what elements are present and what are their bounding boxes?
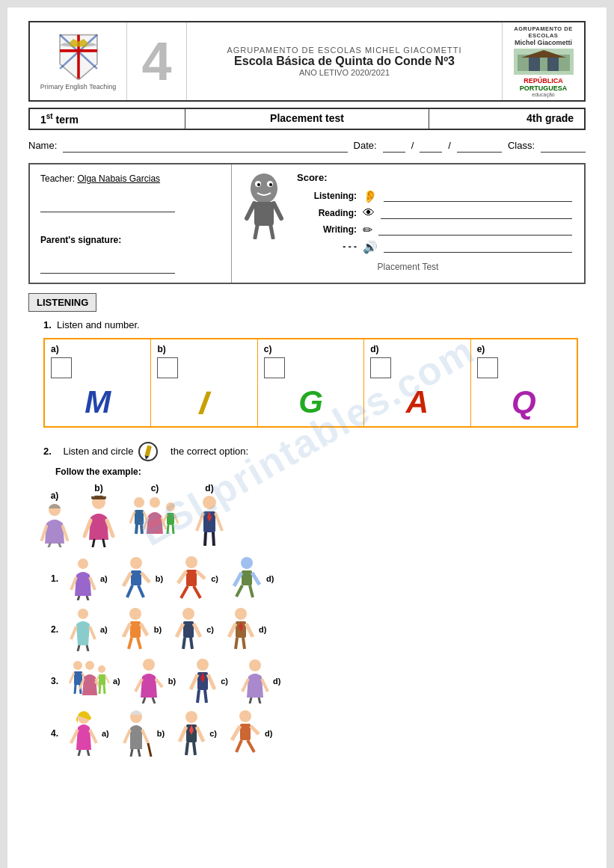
svg-point-72 bbox=[241, 557, 253, 569]
svg-line-68 bbox=[178, 571, 186, 583]
svg-line-38 bbox=[141, 525, 142, 534]
shield-icon bbox=[55, 32, 102, 80]
page-header: Primary English Teaching 4 AGRUPAMENTO D… bbox=[28, 21, 586, 102]
svg-line-79 bbox=[71, 627, 76, 639]
writing-label: Writing: bbox=[297, 224, 357, 235]
answer-3b: b) bbox=[132, 659, 176, 704]
answer-2a: a) bbox=[69, 608, 108, 651]
svg-line-151 bbox=[194, 742, 195, 755]
svg-rect-84 bbox=[130, 621, 141, 638]
svg-line-118 bbox=[135, 679, 142, 692]
example-person-b: b) bbox=[82, 483, 115, 547]
svg-point-83 bbox=[129, 608, 141, 620]
svg-rect-61 bbox=[131, 570, 141, 585]
answer-2d: d) bbox=[226, 607, 266, 652]
answer-2b: b) bbox=[120, 607, 162, 652]
svg-point-13 bbox=[257, 183, 260, 186]
svg-line-148 bbox=[179, 727, 186, 742]
school-photo bbox=[514, 49, 574, 75]
svg-line-155 bbox=[251, 726, 259, 734]
writing-score-line bbox=[378, 224, 572, 236]
svg-point-117 bbox=[143, 659, 155, 671]
svg-line-100 bbox=[236, 638, 237, 649]
extra-icon: 🔊 bbox=[363, 240, 378, 254]
svg-rect-73 bbox=[242, 570, 252, 585]
exercise-1-title: 1. Listen and number. bbox=[43, 319, 586, 330]
person-2d-icon bbox=[226, 607, 256, 652]
svg-line-136 bbox=[90, 730, 96, 743]
svg-line-99 bbox=[246, 624, 253, 637]
extra-label: - - - bbox=[297, 241, 357, 252]
republica-label: REPÚBLICA bbox=[524, 77, 563, 84]
svg-line-87 bbox=[129, 638, 132, 649]
educacao-label: educação bbox=[532, 92, 554, 97]
svg-rect-43 bbox=[167, 513, 174, 525]
svg-rect-34 bbox=[135, 510, 144, 525]
svg-line-126 bbox=[208, 674, 215, 689]
extra-score-line bbox=[384, 241, 572, 253]
class-input-line bbox=[541, 139, 586, 153]
class-label: Class: bbox=[508, 140, 535, 151]
letter-q: Q bbox=[512, 384, 536, 420]
svg-rect-15 bbox=[254, 202, 274, 226]
svg-line-27 bbox=[59, 544, 61, 547]
svg-line-144 bbox=[138, 749, 140, 757]
parent-sig-line bbox=[40, 260, 175, 274]
svg-line-19 bbox=[271, 226, 273, 238]
svg-line-69 bbox=[197, 571, 205, 579]
person-3b-icon bbox=[132, 659, 165, 704]
letter-g: G bbox=[298, 384, 323, 420]
svg-rect-112 bbox=[99, 674, 105, 685]
listen-grid: a) M b) I c) G d) A e) Q bbox=[43, 338, 578, 428]
person-b-icon bbox=[82, 495, 115, 547]
man-suit-icon bbox=[194, 495, 224, 547]
svg-line-75 bbox=[252, 573, 260, 585]
answer-4a: a) bbox=[69, 711, 109, 756]
person-4c-icon bbox=[176, 710, 206, 757]
svg-line-35 bbox=[130, 511, 135, 523]
svg-rect-67 bbox=[186, 570, 197, 586]
svg-line-64 bbox=[127, 585, 132, 597]
listening-section: LISTENING 1. Listen and number. a) M b) … bbox=[28, 293, 586, 757]
svg-line-133 bbox=[259, 698, 260, 704]
svg-line-44 bbox=[163, 514, 167, 523]
svg-line-70 bbox=[181, 586, 188, 598]
date-sep1: / bbox=[411, 140, 414, 151]
svg-line-26 bbox=[49, 544, 50, 547]
answer-1c: c) bbox=[175, 556, 218, 601]
svg-line-58 bbox=[78, 596, 79, 600]
number-box-b bbox=[157, 357, 178, 378]
svg-line-16 bbox=[247, 203, 254, 218]
answer-3d: d) bbox=[240, 659, 280, 704]
writing-score-row: Writing: ✏ bbox=[297, 221, 572, 238]
teacher-sig-line bbox=[40, 199, 175, 212]
svg-line-82 bbox=[87, 645, 88, 651]
family-icon bbox=[129, 495, 181, 547]
number-box-c bbox=[264, 357, 285, 378]
svg-line-76 bbox=[236, 585, 242, 597]
page: ESLprintables.com Primary English Teachi… bbox=[7, 7, 607, 868]
date-input-day bbox=[383, 139, 405, 153]
svg-line-88 bbox=[138, 638, 141, 649]
school-info: AGRUPAMENTO DE ESCOLAS MICHEL GIACOMETTI… bbox=[187, 22, 502, 100]
listen-cell-c: c) G bbox=[258, 339, 364, 426]
letter-a: A bbox=[406, 384, 429, 420]
teacher-row: Teacher: Olga Nabais Garcias bbox=[40, 173, 221, 184]
svg-line-85 bbox=[123, 624, 130, 637]
person-2b-icon bbox=[120, 607, 151, 652]
number-box-a bbox=[51, 357, 72, 378]
svg-line-116 bbox=[104, 685, 105, 694]
svg-line-31 bbox=[93, 540, 94, 547]
svg-point-10 bbox=[251, 173, 277, 203]
svg-line-132 bbox=[250, 698, 251, 704]
number-box-d bbox=[370, 357, 391, 378]
svg-rect-153 bbox=[240, 724, 251, 740]
svg-rect-21 bbox=[145, 445, 152, 456]
listen-cell-d: d) A bbox=[364, 339, 470, 426]
svg-point-14 bbox=[269, 183, 272, 186]
person-1a-icon bbox=[69, 557, 97, 600]
teacher-label: Teacher: bbox=[40, 173, 75, 184]
listening-score-row: Listening: 👂 bbox=[297, 188, 572, 205]
right-logo-top-text: AGRUPAMENTO DE ESCOLAS bbox=[506, 25, 581, 39]
answer-1b: b) bbox=[120, 556, 163, 601]
